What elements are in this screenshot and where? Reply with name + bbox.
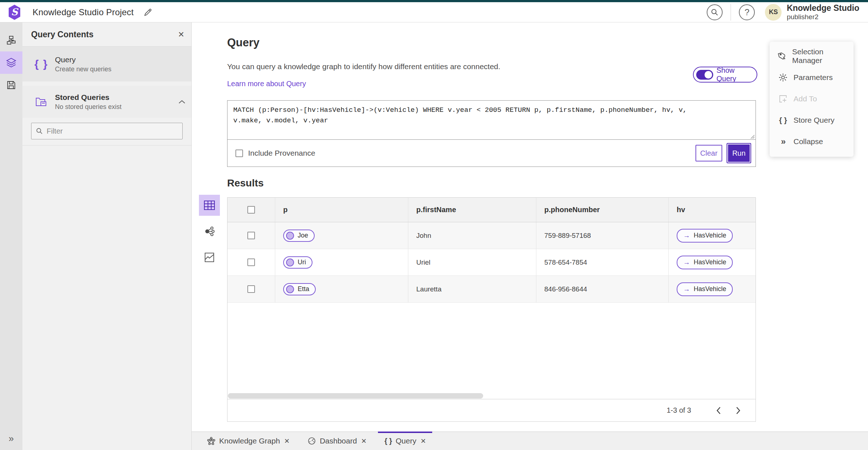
horizontal-scrollbar[interactable] (228, 393, 483, 399)
column-header[interactable]: hv (669, 198, 756, 222)
relationship-arrow-icon: → (683, 258, 690, 266)
app-header: S Knowledge Studio Project ? KS Knowledg… (0, 2, 868, 22)
tab-knowledge-graph[interactable]: Knowledge Graph × (200, 432, 296, 450)
map-view-icon (204, 252, 214, 262)
row-checkbox[interactable] (247, 232, 255, 239)
table-header-row: p p.firstName p.phoneNumber hv (227, 198, 756, 222)
rp-label: Store Query (793, 116, 834, 125)
relationship-pill[interactable]: → HasVehicle (677, 282, 733, 296)
clear-button[interactable]: Clear (695, 145, 722, 161)
select-all-checkbox[interactable] (247, 206, 255, 214)
row-checkbox[interactable] (247, 285, 255, 293)
show-query-toggle[interactable]: Show Query (693, 67, 757, 83)
table-row[interactable]: Joe John 759-889-57168 → HasVehicle (227, 222, 756, 249)
panel-title: Query Contents (31, 30, 178, 39)
page-title: Query (227, 36, 260, 49)
panel-item-title: Stored Queries (55, 93, 178, 102)
braces-icon: { } (33, 58, 50, 70)
filter-search-icon (36, 127, 43, 135)
relationship-label: HasVehicle (694, 258, 726, 266)
braces-icon: { } (384, 437, 392, 445)
show-query-label: Show Query (716, 66, 752, 83)
user-role: publisher2 (787, 13, 859, 21)
relationship-pill[interactable]: → HasVehicle (677, 229, 733, 243)
collapse-panel-button[interactable]: » Collapse (770, 131, 854, 152)
rail-schema-button[interactable] (0, 29, 22, 51)
close-icon[interactable]: × (284, 437, 289, 445)
filter-field (31, 123, 183, 139)
rp-label: Collapse (793, 137, 823, 146)
user-info[interactable]: Knowledge Studio publisher2 (787, 3, 861, 21)
rail-layers-button[interactable] (0, 51, 22, 74)
panel-item-query[interactable]: { } Query Create new queries (22, 47, 191, 81)
entity-pill[interactable]: Joe (283, 230, 315, 242)
close-icon[interactable]: × (178, 29, 184, 39)
relationship-arrow-icon: → (683, 285, 690, 293)
first-name-cell: Uriel (416, 258, 430, 266)
add-to-icon (778, 94, 788, 104)
tab-query[interactable]: { } Query × (378, 432, 432, 450)
editor-footer: Include Provenance Clear Run (227, 140, 756, 167)
row-checkbox[interactable] (247, 258, 255, 266)
entity-pill[interactable]: Uri (283, 256, 312, 269)
entity-dot-icon (286, 258, 294, 266)
table-row[interactable]: Uri Uriel 578-654-7854 → HasVehicle (227, 249, 756, 276)
results-table-card: p p.firstName p.phoneNumber hv Joe John … (227, 197, 756, 422)
left-rail: » (0, 22, 22, 450)
filter-input[interactable] (47, 127, 178, 135)
column-header[interactable]: p.firstName (408, 198, 536, 222)
entity-pill[interactable]: Etta (283, 283, 316, 295)
run-button[interactable]: Run (727, 144, 750, 163)
table-row[interactable]: Etta Lauretta 846-956-8644 → HasVehicle (227, 276, 756, 303)
relationship-pill[interactable]: → HasVehicle (677, 256, 733, 269)
svg-text:S: S (11, 7, 19, 17)
query-main-area: Query You can query a knowledge graph to… (192, 22, 868, 432)
entity-label: Uri (298, 258, 306, 266)
learn-more-link[interactable]: Learn more about Query (227, 80, 306, 88)
parameters-button[interactable]: Parameters (770, 67, 854, 88)
help-icon[interactable]: ? (739, 4, 755, 20)
first-name-cell: John (416, 232, 431, 240)
avatar[interactable]: KS (765, 4, 782, 21)
panel-item-title: Query (55, 55, 186, 64)
relationship-label: HasVehicle (694, 285, 726, 293)
prev-page-button[interactable] (711, 403, 727, 419)
edit-title-pencil-icon[interactable] (143, 8, 153, 17)
phone-cell: 578-654-7854 (544, 258, 587, 266)
panel-item-stored-queries[interactable]: Stored Queries No stored queries exist (22, 86, 191, 118)
tab-dashboard[interactable]: Dashboard × (301, 432, 373, 450)
selection-manager-button[interactable]: Selection Manager (770, 45, 854, 67)
first-name-cell: Lauretta (416, 285, 442, 293)
include-provenance-checkbox[interactable] (235, 150, 243, 157)
link-chart-view-button[interactable] (199, 221, 220, 242)
parameters-gear-icon (778, 73, 788, 82)
collapse-icon: » (778, 136, 788, 147)
store-query-braces-icon: { } (778, 116, 788, 125)
next-page-button[interactable] (730, 403, 746, 419)
query-text-input[interactable]: MATCH (p:Person)-[hv:HasVehicle]->(v:Veh… (227, 101, 756, 140)
chevron-up-icon[interactable] (178, 100, 186, 104)
dashboard-gauge-icon (307, 437, 316, 445)
rp-label: Add To (793, 94, 817, 103)
panel-header: Query Contents × (22, 22, 191, 46)
close-icon[interactable]: × (421, 437, 426, 445)
selection-manager-icon (778, 51, 787, 61)
store-query-button[interactable]: { } Store Query (770, 109, 854, 131)
add-to-button: Add To (770, 88, 854, 109)
column-header[interactable]: p.phoneNumber (536, 198, 669, 222)
relationship-arrow-icon: → (683, 232, 690, 240)
tab-label: Knowledge Graph (219, 437, 280, 445)
table-view-button[interactable] (199, 195, 220, 216)
expand-rail-icon[interactable]: » (0, 430, 22, 446)
column-header[interactable]: p (275, 198, 408, 222)
user-name: Knowledge Studio (787, 3, 859, 13)
close-icon[interactable]: × (361, 437, 366, 445)
query-editor-card: MATCH (p:Person)-[hv:HasVehicle]->(v:Veh… (227, 100, 756, 167)
map-view-button[interactable] (199, 247, 220, 268)
search-icon[interactable] (707, 4, 723, 20)
rail-save-button[interactable] (0, 74, 22, 96)
query-description: You can query a knowledge graph to ident… (227, 62, 500, 71)
resize-handle-icon[interactable] (750, 134, 755, 139)
relationship-label: HasVehicle (694, 232, 726, 239)
table-view-icon (204, 201, 215, 210)
